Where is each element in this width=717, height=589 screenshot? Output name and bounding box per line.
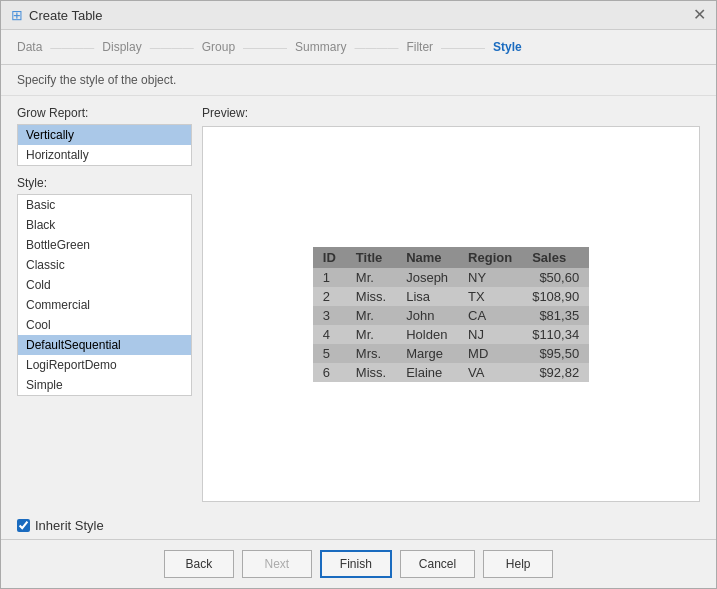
divider-4: ———— <box>354 41 398 53</box>
col-header-sales: Sales <box>522 247 589 268</box>
inherit-style-label: Inherit Style <box>35 518 104 533</box>
cell-region: NJ <box>458 325 522 344</box>
back-button[interactable]: Back <box>164 550 234 578</box>
cell-region: NY <box>458 268 522 287</box>
main-content: Grow Report: Vertically Horizontally Sty… <box>1 96 716 512</box>
subtitle-text: Specify the style of the object. <box>1 65 716 96</box>
titlebar: ⊞ Create Table ✕ <box>1 1 716 30</box>
create-table-dialog: ⊞ Create Table ✕ Data ———— Display ———— … <box>0 0 717 589</box>
cell-name: Joseph <box>396 268 458 287</box>
cell-sales: $95,50 <box>522 344 589 363</box>
style-option-simple[interactable]: Simple <box>18 375 191 395</box>
cell-id: 4 <box>313 325 346 344</box>
cell-id: 5 <box>313 344 346 363</box>
cell-name: Lisa <box>396 287 458 306</box>
table-row: 4 Mr. Holden NJ $110,34 <box>313 325 589 344</box>
cell-region: VA <box>458 363 522 382</box>
col-header-region: Region <box>458 247 522 268</box>
cell-sales: $50,60 <box>522 268 589 287</box>
cancel-button[interactable]: Cancel <box>400 550 475 578</box>
step-group[interactable]: Group <box>202 40 235 54</box>
close-button[interactable]: ✕ <box>693 7 706 23</box>
cell-title: Miss. <box>346 287 396 306</box>
cell-title: Miss. <box>346 363 396 382</box>
divider-5: ———— <box>441 41 485 53</box>
style-option-bottlegreen[interactable]: BottleGreen <box>18 235 191 255</box>
cell-sales: $81,35 <box>522 306 589 325</box>
cell-sales: $92,82 <box>522 363 589 382</box>
cell-id: 3 <box>313 306 346 325</box>
grow-report-section: Grow Report: Vertically Horizontally <box>17 106 192 166</box>
table-row: 2 Miss. Lisa TX $108,90 <box>313 287 589 306</box>
divider-3: ———— <box>243 41 287 53</box>
titlebar-left: ⊞ Create Table <box>11 7 102 23</box>
cell-sales: $108,90 <box>522 287 589 306</box>
dialog-icon: ⊞ <box>11 7 23 23</box>
footer-options: Inherit Style <box>1 512 716 539</box>
style-option-cold[interactable]: Cold <box>18 275 191 295</box>
style-option-basic[interactable]: Basic <box>18 195 191 215</box>
grow-option-horizontally[interactable]: Horizontally <box>18 145 191 165</box>
inherit-style-checkbox-label[interactable]: Inherit Style <box>17 518 104 533</box>
divider-2: ———— <box>150 41 194 53</box>
inherit-style-checkbox[interactable] <box>17 519 30 532</box>
step-data[interactable]: Data <box>17 40 42 54</box>
preview-table-wrapper: ID Title Name Region Sales 1 Mr. <box>303 237 599 392</box>
cell-title: Mr. <box>346 306 396 325</box>
table-row: 6 Miss. Elaine VA $92,82 <box>313 363 589 382</box>
grow-report-listbox: Vertically Horizontally <box>17 124 192 166</box>
preview-table: ID Title Name Region Sales 1 Mr. <box>313 247 589 382</box>
finish-button[interactable]: Finish <box>320 550 392 578</box>
style-option-cool[interactable]: Cool <box>18 315 191 335</box>
step-summary[interactable]: Summary <box>295 40 346 54</box>
table-row: 5 Mrs. Marge MD $95,50 <box>313 344 589 363</box>
style-option-commercial[interactable]: Commercial <box>18 295 191 315</box>
cell-name: Marge <box>396 344 458 363</box>
preview-label: Preview: <box>202 106 700 120</box>
step-display[interactable]: Display <box>102 40 141 54</box>
grow-report-label: Grow Report: <box>17 106 192 120</box>
cell-title: Mr. <box>346 325 396 344</box>
left-panel: Grow Report: Vertically Horizontally Sty… <box>17 106 192 502</box>
step-style[interactable]: Style <box>493 40 522 54</box>
cell-title: Mrs. <box>346 344 396 363</box>
cell-id: 2 <box>313 287 346 306</box>
style-option-black[interactable]: Black <box>18 215 191 235</box>
right-panel: Preview: ID Title Name Region Sales <box>202 106 700 502</box>
cell-name: John <box>396 306 458 325</box>
wizard-steps: Data ———— Display ———— Group ———— Summar… <box>1 30 716 65</box>
cell-name: Elaine <box>396 363 458 382</box>
cell-id: 1 <box>313 268 346 287</box>
help-button[interactable]: Help <box>483 550 553 578</box>
cell-name: Holden <box>396 325 458 344</box>
dialog-title: Create Table <box>29 8 102 23</box>
col-header-id: ID <box>313 247 346 268</box>
style-option-classic[interactable]: Classic <box>18 255 191 275</box>
cell-title: Mr. <box>346 268 396 287</box>
grow-option-vertically[interactable]: Vertically <box>18 125 191 145</box>
style-section: Style: Basic Black BottleGreen Classic C… <box>17 176 192 396</box>
step-filter[interactable]: Filter <box>406 40 433 54</box>
table-row: 1 Mr. Joseph NY $50,60 <box>313 268 589 287</box>
cell-region: CA <box>458 306 522 325</box>
cell-region: TX <box>458 287 522 306</box>
divider-1: ———— <box>50 41 94 53</box>
footer-buttons: Back Next Finish Cancel Help <box>1 539 716 588</box>
style-listbox: Basic Black BottleGreen Classic Cold Com… <box>17 194 192 396</box>
cell-sales: $110,34 <box>522 325 589 344</box>
preview-area: ID Title Name Region Sales 1 Mr. <box>202 126 700 502</box>
style-option-defaultsequential[interactable]: DefaultSequential <box>18 335 191 355</box>
cell-id: 6 <box>313 363 346 382</box>
next-button[interactable]: Next <box>242 550 312 578</box>
style-label: Style: <box>17 176 192 190</box>
col-header-title: Title <box>346 247 396 268</box>
col-header-name: Name <box>396 247 458 268</box>
table-row: 3 Mr. John CA $81,35 <box>313 306 589 325</box>
cell-region: MD <box>458 344 522 363</box>
style-option-logireportdemo[interactable]: LogiReportDemo <box>18 355 191 375</box>
